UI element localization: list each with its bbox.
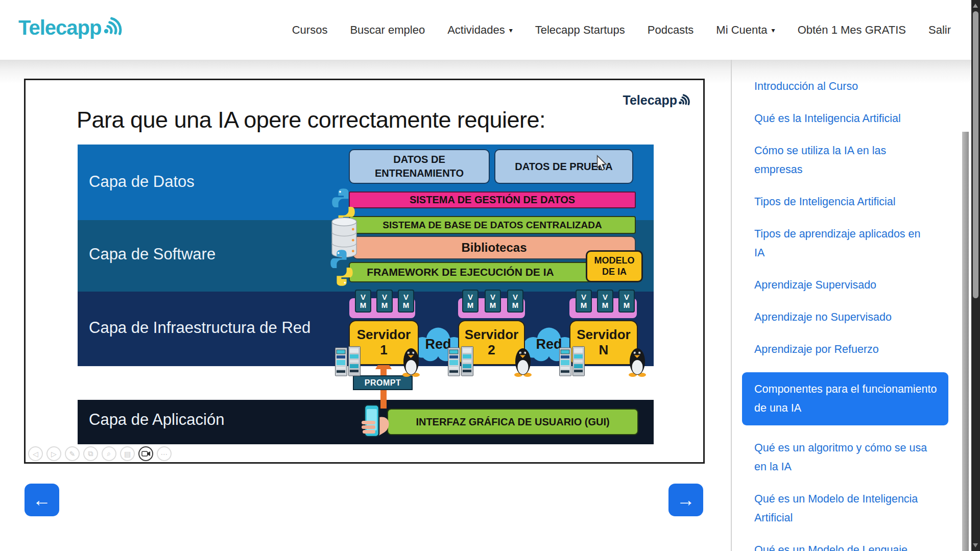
vm-tile: VM: [507, 290, 523, 313]
vm-letter: V: [403, 293, 409, 301]
mouse-cursor-icon: [596, 155, 608, 171]
nav-link-podcasts[interactable]: Podcasts: [648, 23, 694, 37]
vm-tile: VM: [398, 290, 414, 313]
server-label: Servidor: [577, 327, 631, 343]
linux-penguin-icon: [513, 345, 533, 377]
vm-letter: M: [512, 301, 519, 309]
top-navbar: Telecapp Cursos Buscar empleo Actividade…: [0, 0, 980, 60]
toolbar-notes-button[interactable]: ▤: [120, 446, 135, 461]
nav-link-actividades[interactable]: Actividades▾: [447, 23, 513, 37]
vm-letter: V: [361, 293, 366, 301]
lesson-item[interactable]: Aprendizaje Supervisado: [754, 276, 929, 295]
notes-icon: ▤: [124, 450, 131, 458]
python-icon: [329, 249, 354, 286]
toolbar-play-button[interactable]: ▷: [46, 446, 61, 461]
hand-phone-icon: [357, 404, 394, 441]
logo-text: Telecapp: [18, 17, 101, 38]
toolbar-pencil-button[interactable]: ✎: [65, 446, 80, 461]
sistema-gestion-datos-bar: SISTEMA DE GESTIÓN DE DATOS: [349, 191, 636, 208]
vm-letter: V: [513, 293, 518, 301]
lesson-item[interactable]: Cómo se utiliza la IA en las empresas: [754, 141, 929, 179]
toolbar-more-button[interactable]: ⋯: [157, 446, 172, 461]
browser-scrollbar[interactable]: [971, 0, 980, 551]
server-number: 1: [380, 343, 387, 358]
server-number: N: [599, 343, 609, 358]
lesson-item[interactable]: Tipos de Inteligencia Artificial: [754, 193, 929, 211]
telecapp-logo[interactable]: Telecapp: [18, 14, 122, 38]
server-label: Servidor: [357, 327, 411, 343]
previous-lesson-button[interactable]: ←: [25, 484, 59, 516]
nav-link-telecapp-startups[interactable]: Telecapp Startups: [535, 23, 625, 37]
copy-icon: ⧉: [88, 449, 93, 458]
nav-link-label: Actividades: [447, 23, 505, 37]
course-outline-sidebar: Introducción al Curso Qué es la Intelige…: [731, 60, 962, 551]
lesson-item[interactable]: Aprendizaje por Refuerzo: [754, 340, 929, 359]
nav-link-mi-cuenta[interactable]: Mi Cuenta▾: [716, 23, 775, 37]
lesson-item[interactable]: Qué es un Modelo de Lenguaje: [754, 541, 929, 551]
lesson-item[interactable]: Aprendizaje no Supervisado: [754, 308, 929, 327]
next-lesson-button[interactable]: →: [668, 484, 703, 516]
arrow-right-icon: →: [677, 489, 695, 511]
datos-prueba-box: DATOS DE PRUEBA: [494, 149, 633, 184]
lesson-item-active[interactable]: Componentes para el funcionamiento de un…: [742, 372, 948, 425]
layer-aplicacion-label: Capa de Aplicación: [89, 411, 224, 429]
server-rack-icon: [448, 346, 473, 377]
toolbar-copy-button[interactable]: ⧉: [83, 446, 98, 461]
vm-letter: V: [468, 293, 473, 301]
lesson-item[interactable]: Introducción al Curso: [754, 77, 929, 96]
toolbar-zoom-button[interactable]: ⌕: [102, 446, 116, 461]
scrollbar-thumb[interactable]: [973, 11, 978, 298]
vm-letter: V: [624, 293, 629, 301]
scroll-down-arrow-icon[interactable]: [973, 543, 978, 547]
vm-letter: V: [581, 293, 586, 301]
server-rack-icon: [335, 346, 361, 377]
server-rack-icon: [559, 346, 585, 377]
nav-link-label: Mi Cuenta: [716, 23, 767, 37]
vm-letter: V: [603, 293, 608, 301]
nav-link-obten-1-mes-gratis[interactable]: Obtén 1 Mes GRATIS: [798, 23, 906, 37]
ai-layers-diagram: Capa de Datos Capa de Software Capa de I…: [78, 145, 654, 444]
wifi-icon: [104, 14, 122, 37]
vm-letter: M: [467, 301, 474, 309]
vm-tile: VM: [376, 290, 393, 313]
prompt-box: PROMPT: [353, 375, 413, 390]
vm-letter: M: [624, 301, 630, 309]
page: Telecapp Cursos Buscar empleo Actividade…: [0, 0, 980, 551]
nav-link-buscar-empleo[interactable]: Buscar empleo: [350, 23, 425, 37]
nav-links: Cursos Buscar empleo Actividades▾ Teleca…: [292, 0, 951, 60]
vm-tile: VM: [576, 290, 592, 313]
vm-letter: V: [382, 293, 387, 301]
vm-letter: M: [381, 301, 388, 309]
nav-link-cursos[interactable]: Cursos: [292, 23, 328, 37]
play-icon: ▷: [51, 450, 57, 458]
scroll-up-arrow-icon[interactable]: [973, 4, 978, 8]
nav-link-salir[interactable]: Salir: [928, 23, 951, 37]
toolbar-prev-button[interactable]: ◁: [28, 446, 43, 461]
lesson-item[interactable]: Qué es un algoritmo y cómo se usa en la …: [754, 439, 929, 476]
vm-tile: VM: [618, 290, 635, 313]
nav-link-label: Buscar empleo: [350, 23, 425, 37]
slide-title: Para que una IA opere correctamente requ…: [77, 107, 545, 133]
lesson-item[interactable]: Qué es la Inteligencia Artificial: [754, 109, 929, 128]
vm-tile: VM: [355, 290, 371, 313]
vm-letter: M: [581, 301, 587, 309]
lesson-slide: Telecapp Para que una IA opere correctam…: [24, 79, 705, 464]
sidebar-scrollbar-thumb[interactable]: [962, 132, 969, 551]
linux-penguin-icon: [401, 345, 421, 377]
slide-toolbar: ◁ ▷ ✎ ⧉ ⌕ ▤ ⋯: [28, 446, 172, 461]
nav-link-label: Telecapp Startups: [535, 23, 625, 37]
layer-infra-label: Capa de Infraestructura de Red: [89, 319, 310, 337]
more-icon: ⋯: [161, 450, 168, 458]
vm-tile: VM: [462, 290, 479, 313]
vm-letter: V: [490, 293, 495, 301]
arrow-left-icon: ←: [33, 489, 51, 511]
lesson-item[interactable]: Qué es un Modelo de Inteligencia Artific…: [754, 490, 929, 528]
layer-datos-label: Capa de Datos: [89, 173, 195, 191]
previous-icon: ◁: [33, 450, 38, 458]
toolbar-camera-button[interactable]: [138, 446, 153, 461]
pencil-icon: ✎: [69, 450, 76, 458]
server-number: 2: [488, 343, 495, 358]
nav-link-label: Cursos: [292, 23, 328, 37]
lesson-item[interactable]: Tipos de aprendizaje aplicados en IA: [754, 225, 929, 262]
video-camera-icon: [141, 450, 151, 457]
